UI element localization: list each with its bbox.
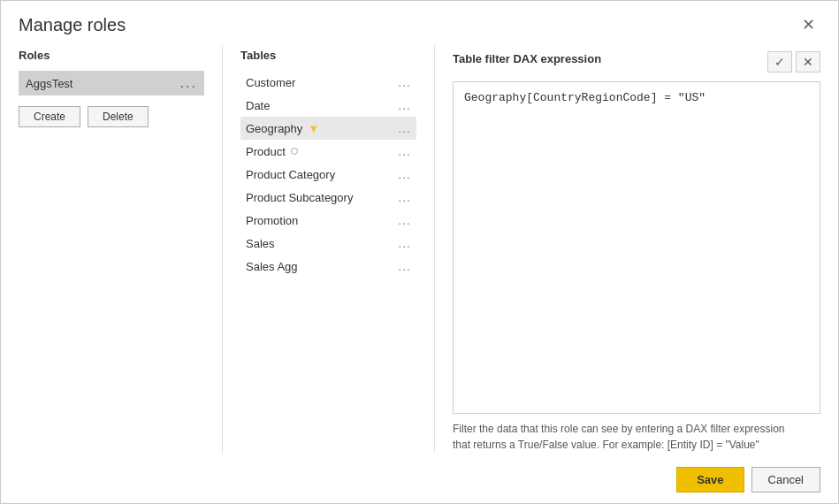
table-name-date: Date [246,99,270,112]
table-name-geography: Geography [246,122,302,135]
table-options-icon[interactable]: ... [398,190,411,204]
table-name-customer: Customer [246,76,295,89]
dax-expression-editor[interactable]: Geography[CountryRegionCode] = "US" [453,81,820,414]
title-bar: Manage roles ✕ [1,1,838,45]
filter-icon: ▼ [308,122,319,135]
table-item-date[interactable]: Date ... [240,94,416,117]
table-item-geography[interactable]: Geography ▼ ... [240,117,416,140]
close-button[interactable]: ✕ [797,13,820,36]
create-role-button[interactable]: Create [19,106,80,127]
dax-panel-header: Table filter DAX expression [453,52,601,65]
save-button[interactable]: Save [676,467,744,493]
table-item-customer[interactable]: Customer ... [240,71,416,94]
table-name-promotion: Promotion [246,214,298,227]
dialog-title: Manage roles [19,15,126,35]
table-name-sales-agg: Sales Agg [246,260,298,273]
table-options-icon[interactable]: ... [398,75,411,89]
table-name-product: Product [246,145,286,158]
role-item[interactable]: AggsTest ... [19,71,204,95]
table-options-icon[interactable]: ... [398,236,411,250]
role-options-icon[interactable]: ... [180,75,197,91]
dax-header-row: Table filter DAX expression ✓ ✕ [453,49,820,74]
table-options-icon[interactable]: ... [398,259,411,273]
dax-action-buttons: ✓ ✕ [767,51,820,73]
table-item-product[interactable]: Product ... [240,140,416,163]
delete-role-button[interactable]: Delete [88,106,149,127]
table-options-icon[interactable]: ... [398,167,411,181]
roles-panel-header: Roles [19,49,204,62]
table-name-sales: Sales [246,237,275,250]
table-options-icon[interactable]: ... [398,121,411,135]
dialog-footer: Save Cancel [1,456,838,503]
cancel-button[interactable]: Cancel [751,467,820,493]
dax-confirm-button[interactable]: ✓ [767,51,792,73]
table-options-icon[interactable]: ... [398,98,411,112]
table-item-promotion[interactable]: Promotion ... [240,209,416,232]
dax-panel: Table filter DAX expression ✓ ✕ Geograph… [434,45,820,453]
product-dot-icon [291,148,298,155]
table-options-icon[interactable]: ... [398,144,411,158]
manage-roles-dialog: Manage roles ✕ Roles AggsTest ... Create… [0,0,839,504]
main-content: Roles AggsTest ... Create Delete Tables … [1,45,838,453]
dax-hint-text: Filter the data that this role can see b… [453,421,820,453]
table-item-sales[interactable]: Sales ... [240,232,416,255]
roles-panel: Roles AggsTest ... Create Delete [19,45,222,453]
role-buttons: Create Delete [19,106,204,127]
table-options-icon[interactable]: ... [398,213,411,227]
role-name: AggsTest [26,77,72,90]
table-name-product-subcategory: Product Subcategory [246,191,353,204]
table-list: Customer ... Date ... Geography ▼ ... [240,71,416,453]
table-item-product-subcategory[interactable]: Product Subcategory ... [240,186,416,209]
tables-panel: Tables Customer ... Date ... Geograph [222,45,434,453]
table-item-sales-agg[interactable]: Sales Agg ... [240,255,416,278]
tables-panel-header: Tables [240,49,416,62]
dax-cancel-button[interactable]: ✕ [796,51,820,73]
table-item-product-category[interactable]: Product Category ... [240,163,416,186]
table-name-product-category: Product Category [246,168,335,181]
